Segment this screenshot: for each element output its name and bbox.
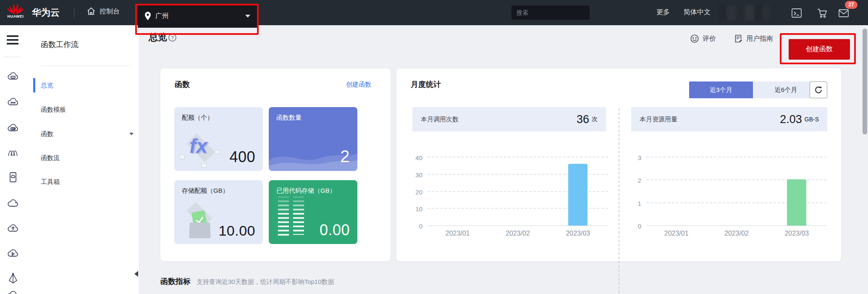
resource-usage-value: 2.03 (780, 113, 802, 126)
code-storage-label: 已用代码存储（GB） (276, 187, 336, 195)
cloud-play-icon[interactable] (7, 247, 19, 260)
range-6-months-button[interactable]: 近6个月 (753, 81, 819, 98)
user-guide-label: 用户指南 (746, 34, 773, 43)
cloud-console-icon[interactable] (7, 122, 19, 135)
create-function-link[interactable]: 创建函数 (346, 81, 371, 89)
svg-text:?: ? (171, 35, 173, 40)
feedback-label: 评价 (703, 34, 716, 43)
cloud-icon[interactable] (7, 197, 19, 210)
sidebar-item-toolbox[interactable]: 工具箱 (26, 173, 139, 190)
resource-usage-unit: GB-S (805, 116, 819, 123)
location-pin-icon (144, 12, 151, 20)
function-count-label: 函数数量 (276, 114, 302, 122)
x-tick-label: 2023/03 (767, 226, 827, 238)
y-tick-label: 30 (415, 171, 422, 178)
chart-xlabels: 2023/012023/022023/03 (646, 226, 827, 238)
create-function-button[interactable]: 创建函数 (789, 39, 850, 60)
chart-ylabels: 010203040 (411, 138, 427, 226)
fx-3d-icon: fx (178, 126, 225, 168)
smiley-icon (690, 34, 699, 43)
sidebar-item-functions[interactable]: 函数 (26, 126, 139, 142)
function-card: 函数 创建函数 配额（个） fx 400 函数数量 2 存储配额（GB） (160, 68, 391, 261)
cloud-dots-icon[interactable] (7, 96, 19, 108)
storage-bars-icon (278, 196, 307, 238)
chart-plot (646, 138, 827, 226)
invocations-statbox: 本月调用次数 36 次 (412, 107, 606, 131)
function-card-title: 函数 (175, 79, 190, 89)
refresh-icon (814, 85, 823, 94)
home-icon (87, 7, 96, 16)
region-selector[interactable]: 广州 (138, 4, 257, 28)
account-name-blurred[interactable] (719, 5, 770, 21)
y-tick-label: 10 (415, 205, 422, 213)
quota-label: 配额（个） (182, 114, 213, 122)
guide-doc-icon (734, 34, 743, 43)
chart-ylabels: 0123 (629, 138, 646, 226)
chevron-down-icon (245, 15, 250, 18)
cart-icon[interactable] (817, 8, 828, 18)
metrics-title: 函数指标 (160, 276, 191, 286)
code-storage-tile: 已用代码存储（GB） 0.00 (269, 180, 357, 244)
charts-divider (619, 108, 619, 294)
nav-search (511, 5, 590, 20)
y-tick-label: 1 (638, 200, 641, 207)
x-tick-label: 2023/02 (706, 226, 766, 238)
invocations-unit: 次 (592, 116, 598, 123)
vector-pyramid-icon[interactable] (7, 272, 19, 285)
console-link[interactable]: 控制台 (87, 7, 120, 16)
mail-icon[interactable] (838, 8, 849, 18)
sidebar-divider (41, 66, 130, 66)
chart-xlabels: 2023/012023/022023/03 (427, 226, 608, 238)
sidebar-title: 函数工作流 (41, 39, 79, 50)
scrollbar-thumb[interactable] (863, 29, 867, 134)
invocations-chart: 010203040 2023/012023/022023/03 (411, 138, 608, 238)
sidebar-item-flows[interactable]: 函数流 (26, 150, 139, 166)
y-tick-label: 40 (415, 154, 422, 161)
feedback-button[interactable]: 评价 (690, 34, 716, 43)
main-content: 总览 ? 评价 用户指南 创建函数 函数 创建函数 配额（个） fx 400 (139, 25, 868, 294)
cli-terminal-icon[interactable] (791, 8, 802, 18)
notification-badge[interactable]: 27 (845, 1, 858, 9)
top-nav: HUAWEI 华为云 控制台 广州 更多 简体中文 27 (0, 0, 868, 25)
monthly-stats-title: 月度统计 (411, 79, 441, 89)
search-input[interactable] (511, 9, 596, 16)
y-tick-label: 0 (638, 223, 641, 230)
cloud-upload-icon[interactable] (7, 222, 19, 235)
console-label: 控制台 (100, 7, 120, 16)
storage-box-icon (180, 200, 222, 241)
more-menu[interactable]: 更多 (656, 8, 670, 17)
help-icon[interactable]: ? (168, 33, 177, 42)
menu-hamburger-icon[interactable] (7, 35, 18, 47)
monthly-stats-card: 月度统计 近3个月 近6个月 本月调用次数 36 次 本月资源用量 2.03 G… (396, 68, 841, 261)
x-tick-label: 2023/02 (488, 226, 548, 238)
chevron-down-icon (129, 133, 134, 135)
sidebar-item-overview[interactable]: 总览 (26, 77, 139, 94)
code-storage-value: 0.00 (320, 221, 350, 239)
y-tick-label: 0 (419, 223, 422, 230)
chart-bar (568, 164, 587, 226)
x-tick-label: 2023/01 (646, 226, 706, 238)
cloud-server-icon[interactable] (7, 71, 19, 83)
waves-icon[interactable] (7, 146, 19, 159)
cloud-bottom-icon[interactable] (7, 289, 19, 294)
y-tick-label: 2 (638, 177, 641, 184)
doc-cloud-icon[interactable] (7, 171, 19, 184)
storage-quota-tile: 存储配额（GB） 10.00 (174, 180, 263, 244)
refresh-button[interactable] (810, 81, 827, 98)
huawei-petal-icon (7, 3, 24, 15)
range-3-months-button[interactable]: 近3个月 (689, 81, 753, 98)
page-title: 总览 (149, 31, 167, 44)
language-switcher[interactable]: 简体中文 (684, 8, 711, 17)
sidebar-item-templates[interactable]: 函数模板 (26, 101, 139, 118)
y-tick-label: 3 (638, 154, 641, 161)
huawei-cloud-console: { "topnav": { "brand": "华为云", "brand_log… (0, 0, 868, 294)
brand-title[interactable]: 华为云 (32, 6, 60, 19)
sidebar-collapse-icon[interactable] (134, 271, 138, 277)
huawei-logo[interactable]: HUAWEI (6, 3, 25, 23)
x-tick-label: 2023/03 (548, 226, 608, 238)
service-rail (0, 25, 26, 294)
metrics-section-header: 函数指标 支持查询近30天数据，统计周期不影响Top10数据 (160, 276, 334, 286)
user-guide-button[interactable]: 用户指南 (734, 34, 773, 43)
function-count-tile: 函数数量 2 (269, 107, 357, 171)
nav-divider (74, 7, 74, 18)
